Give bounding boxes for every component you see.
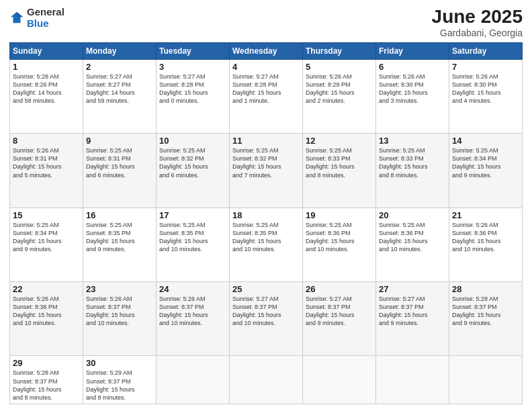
day-info: Sunrise: 5:26 AM Sunset: 8:31 PM Dayligh… bbox=[13, 146, 80, 179]
day-info: Sunrise: 5:26 AM Sunset: 8:36 PM Dayligh… bbox=[452, 221, 519, 254]
weekday-header-row: SundayMondayTuesdayWednesdayThursdayFrid… bbox=[10, 42, 523, 59]
day-info: Sunrise: 5:25 AM Sunset: 8:33 PM Dayligh… bbox=[379, 146, 446, 179]
calendar-cell: 6Sunrise: 5:26 AM Sunset: 8:30 PM Daylig… bbox=[376, 59, 449, 133]
calendar-cell: 11Sunrise: 5:25 AM Sunset: 8:32 PM Dayli… bbox=[230, 134, 303, 208]
day-info: Sunrise: 5:28 AM Sunset: 8:37 PM Dayligh… bbox=[13, 369, 80, 402]
day-number: 6 bbox=[379, 62, 446, 72]
calendar-cell bbox=[230, 356, 303, 404]
day-info: Sunrise: 5:25 AM Sunset: 8:36 PM Dayligh… bbox=[379, 221, 446, 254]
day-info: Sunrise: 5:26 AM Sunset: 8:30 PM Dayligh… bbox=[452, 73, 519, 105]
day-number: 22 bbox=[13, 284, 80, 294]
day-number: 16 bbox=[86, 210, 153, 220]
calendar-cell: 8Sunrise: 5:26 AM Sunset: 8:31 PM Daylig… bbox=[10, 134, 83, 208]
day-number: 26 bbox=[306, 284, 373, 294]
day-number: 21 bbox=[452, 210, 519, 220]
week-row-5: 29Sunrise: 5:28 AM Sunset: 8:37 PM Dayli… bbox=[10, 356, 523, 404]
day-info: Sunrise: 5:25 AM Sunset: 8:34 PM Dayligh… bbox=[452, 146, 519, 179]
calendar-cell bbox=[303, 356, 376, 404]
day-number: 17 bbox=[159, 210, 226, 220]
day-info: Sunrise: 5:25 AM Sunset: 8:35 PM Dayligh… bbox=[86, 221, 153, 254]
day-info: Sunrise: 5:26 AM Sunset: 8:36 PM Dayligh… bbox=[13, 295, 80, 328]
week-row-1: 1Sunrise: 5:28 AM Sunset: 8:26 PM Daylig… bbox=[10, 59, 523, 133]
calendar-cell: 18Sunrise: 5:25 AM Sunset: 8:35 PM Dayli… bbox=[230, 208, 303, 281]
day-number: 8 bbox=[13, 136, 80, 146]
calendar-cell: 17Sunrise: 5:25 AM Sunset: 8:35 PM Dayli… bbox=[157, 208, 230, 281]
day-info: Sunrise: 5:26 AM Sunset: 8:30 PM Dayligh… bbox=[379, 73, 446, 105]
day-number: 27 bbox=[379, 284, 446, 294]
calendar-subtitle: Gardabani, Georgia bbox=[432, 28, 523, 38]
day-info: Sunrise: 5:25 AM Sunset: 8:32 PM Dayligh… bbox=[232, 146, 300, 179]
logo-text: General Blue bbox=[27, 7, 64, 29]
day-number: 5 bbox=[306, 62, 373, 72]
day-info: Sunrise: 5:25 AM Sunset: 8:35 PM Dayligh… bbox=[159, 221, 226, 254]
calendar-cell: 20Sunrise: 5:25 AM Sunset: 8:36 PM Dayli… bbox=[376, 208, 449, 281]
day-info: Sunrise: 5:26 AM Sunset: 8:37 PM Dayligh… bbox=[86, 295, 153, 328]
day-info: Sunrise: 5:27 AM Sunset: 8:27 PM Dayligh… bbox=[86, 73, 153, 105]
calendar-cell: 16Sunrise: 5:25 AM Sunset: 8:35 PM Dayli… bbox=[83, 208, 157, 281]
day-number: 10 bbox=[159, 136, 226, 146]
day-info: Sunrise: 5:27 AM Sunset: 8:37 PM Dayligh… bbox=[306, 295, 373, 328]
day-number: 15 bbox=[13, 210, 80, 220]
calendar-cell: 1Sunrise: 5:28 AM Sunset: 8:26 PM Daylig… bbox=[10, 59, 83, 133]
day-number: 2 bbox=[86, 62, 153, 72]
calendar-cell: 2Sunrise: 5:27 AM Sunset: 8:27 PM Daylig… bbox=[83, 59, 157, 133]
calendar-page: General Blue June 2025 Gardabani, Georgi… bbox=[0, 0, 532, 411]
calendar-cell bbox=[449, 356, 523, 404]
calendar-cell: 28Sunrise: 5:28 AM Sunset: 8:37 PM Dayli… bbox=[449, 282, 523, 356]
day-number: 18 bbox=[232, 210, 300, 220]
day-number: 24 bbox=[159, 284, 226, 294]
header: General Blue June 2025 Gardabani, Georgi… bbox=[9, 7, 523, 38]
day-info: Sunrise: 5:29 AM Sunset: 8:37 PM Dayligh… bbox=[86, 369, 153, 402]
day-info: Sunrise: 5:27 AM Sunset: 8:37 PM Dayligh… bbox=[232, 295, 300, 328]
week-row-2: 8Sunrise: 5:26 AM Sunset: 8:31 PM Daylig… bbox=[10, 134, 523, 208]
calendar-cell: 7Sunrise: 5:26 AM Sunset: 8:30 PM Daylig… bbox=[449, 59, 523, 133]
day-number: 19 bbox=[306, 210, 373, 220]
calendar-cell: 25Sunrise: 5:27 AM Sunset: 8:37 PM Dayli… bbox=[230, 282, 303, 356]
weekday-monday: Monday bbox=[83, 42, 157, 59]
day-info: Sunrise: 5:25 AM Sunset: 8:32 PM Dayligh… bbox=[159, 146, 226, 179]
day-number: 28 bbox=[452, 284, 519, 294]
week-row-4: 22Sunrise: 5:26 AM Sunset: 8:36 PM Dayli… bbox=[10, 282, 523, 356]
day-number: 11 bbox=[232, 136, 300, 146]
calendar-cell: 29Sunrise: 5:28 AM Sunset: 8:37 PM Dayli… bbox=[10, 356, 83, 404]
calendar-cell: 3Sunrise: 5:27 AM Sunset: 8:28 PM Daylig… bbox=[157, 59, 230, 133]
calendar-cell: 27Sunrise: 5:27 AM Sunset: 8:37 PM Dayli… bbox=[376, 282, 449, 356]
day-info: Sunrise: 5:27 AM Sunset: 8:37 PM Dayligh… bbox=[379, 295, 446, 328]
day-info: Sunrise: 5:25 AM Sunset: 8:35 PM Dayligh… bbox=[232, 221, 300, 254]
day-info: Sunrise: 5:27 AM Sunset: 8:28 PM Dayligh… bbox=[232, 73, 300, 105]
calendar-cell: 26Sunrise: 5:27 AM Sunset: 8:37 PM Dayli… bbox=[303, 282, 376, 356]
calendar-table: SundayMondayTuesdayWednesdayThursdayFrid… bbox=[9, 42, 523, 404]
weekday-saturday: Saturday bbox=[449, 42, 523, 59]
day-info: Sunrise: 5:25 AM Sunset: 8:34 PM Dayligh… bbox=[13, 221, 80, 254]
svg-marker-1 bbox=[17, 11, 23, 16]
day-number: 3 bbox=[159, 62, 226, 72]
day-number: 20 bbox=[379, 210, 446, 220]
day-info: Sunrise: 5:25 AM Sunset: 8:33 PM Dayligh… bbox=[306, 146, 373, 179]
calendar-title: June 2025 bbox=[432, 7, 523, 28]
weekday-friday: Friday bbox=[376, 42, 449, 59]
calendar-cell: 22Sunrise: 5:26 AM Sunset: 8:36 PM Dayli… bbox=[10, 282, 83, 356]
calendar-cell: 9Sunrise: 5:25 AM Sunset: 8:31 PM Daylig… bbox=[83, 134, 157, 208]
day-number: 13 bbox=[379, 136, 446, 146]
title-block: June 2025 Gardabani, Georgia bbox=[432, 7, 523, 38]
day-info: Sunrise: 5:26 AM Sunset: 8:29 PM Dayligh… bbox=[306, 73, 373, 105]
day-number: 9 bbox=[86, 136, 153, 146]
week-row-3: 15Sunrise: 5:25 AM Sunset: 8:34 PM Dayli… bbox=[10, 208, 523, 281]
day-info: Sunrise: 5:27 AM Sunset: 8:28 PM Dayligh… bbox=[159, 73, 226, 105]
calendar-cell: 14Sunrise: 5:25 AM Sunset: 8:34 PM Dayli… bbox=[449, 134, 523, 208]
day-number: 23 bbox=[86, 284, 153, 294]
calendar-cell: 24Sunrise: 5:26 AM Sunset: 8:37 PM Dayli… bbox=[157, 282, 230, 356]
logo-icon bbox=[9, 11, 24, 26]
day-info: Sunrise: 5:28 AM Sunset: 8:26 PM Dayligh… bbox=[13, 73, 80, 105]
day-info: Sunrise: 5:25 AM Sunset: 8:31 PM Dayligh… bbox=[86, 146, 153, 179]
weekday-sunday: Sunday bbox=[10, 42, 83, 59]
weekday-tuesday: Tuesday bbox=[157, 42, 230, 59]
day-number: 7 bbox=[452, 62, 519, 72]
calendar-cell: 23Sunrise: 5:26 AM Sunset: 8:37 PM Dayli… bbox=[83, 282, 157, 356]
calendar-cell: 13Sunrise: 5:25 AM Sunset: 8:33 PM Dayli… bbox=[376, 134, 449, 208]
calendar-cell: 10Sunrise: 5:25 AM Sunset: 8:32 PM Dayli… bbox=[157, 134, 230, 208]
calendar-cell bbox=[376, 356, 449, 404]
calendar-cell: 5Sunrise: 5:26 AM Sunset: 8:29 PM Daylig… bbox=[303, 59, 376, 133]
calendar-cell: 21Sunrise: 5:26 AM Sunset: 8:36 PM Dayli… bbox=[449, 208, 523, 281]
day-info: Sunrise: 5:28 AM Sunset: 8:37 PM Dayligh… bbox=[452, 295, 519, 328]
